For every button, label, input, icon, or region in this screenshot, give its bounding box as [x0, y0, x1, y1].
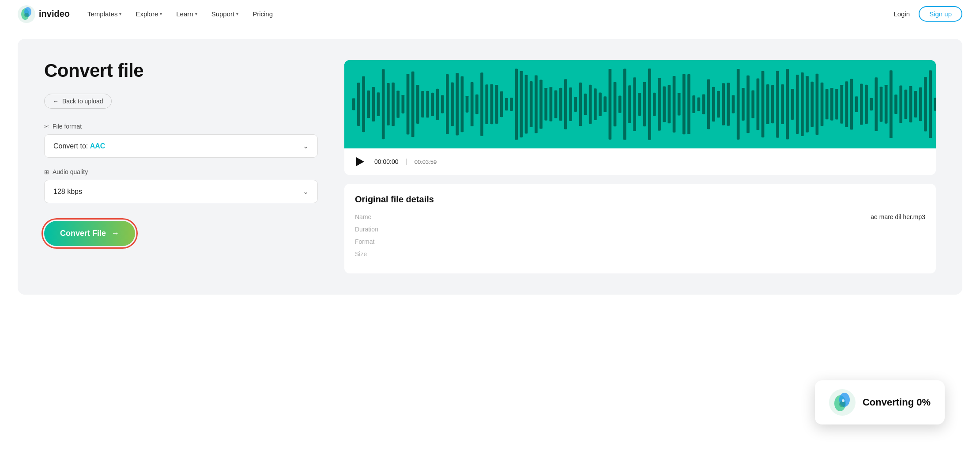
- nav-support[interactable]: Support ▾: [211, 10, 239, 18]
- svg-rect-51: [579, 83, 582, 126]
- main-container: Convert file ← Back to upload ✂ File for…: [18, 39, 962, 295]
- svg-rect-62: [633, 77, 636, 131]
- nav-learn[interactable]: Learn ▾: [176, 10, 197, 18]
- svg-rect-96: [801, 72, 804, 136]
- svg-rect-90: [771, 85, 774, 124]
- svg-rect-97: [806, 76, 809, 132]
- svg-rect-59: [618, 95, 622, 113]
- svg-rect-101: [825, 89, 829, 119]
- svg-rect-63: [638, 93, 641, 116]
- convert-to-dropdown[interactable]: Convert to: AAC ⌄: [44, 134, 318, 158]
- audio-quality-label: ⊞ Audio quality: [44, 168, 318, 175]
- svg-rect-56: [603, 96, 607, 112]
- nav-templates[interactable]: Templates ▾: [87, 10, 121, 18]
- svg-rect-27: [461, 76, 464, 132]
- svg-rect-39: [520, 71, 523, 138]
- waveform-visual: // Waveform bars rendered via SVG in JS …: [344, 60, 936, 148]
- page-title: Convert file: [44, 60, 318, 81]
- left-panel: Convert file ← Back to upload ✂ File for…: [44, 60, 318, 273]
- detail-row-size: Size: [355, 250, 925, 258]
- convert-file-button[interactable]: Convert File →: [44, 221, 135, 246]
- detail-label-format: Format: [355, 238, 374, 245]
- svg-rect-69: [668, 85, 671, 123]
- svg-rect-5: [352, 98, 355, 110]
- svg-rect-35: [500, 91, 503, 117]
- svg-rect-94: [791, 89, 794, 120]
- svg-rect-67: [658, 78, 661, 130]
- svg-rect-113: [885, 85, 888, 123]
- svg-rect-71: [678, 93, 681, 115]
- svg-rect-120: [919, 87, 922, 121]
- svg-rect-121: [924, 77, 927, 132]
- svg-rect-28: [466, 96, 469, 113]
- file-format-label: ✂ File format: [44, 123, 318, 130]
- svg-rect-9: [372, 87, 375, 121]
- svg-rect-76: [702, 94, 705, 114]
- svg-rect-105: [845, 81, 848, 127]
- svg-rect-49: [569, 87, 572, 121]
- svg-rect-14: [396, 91, 400, 118]
- svg-rect-29: [471, 82, 474, 126]
- player-bar: 00:00:00 | 00:03:59: [344, 148, 936, 175]
- svg-rect-26: [456, 73, 459, 135]
- svg-rect-78: [712, 87, 715, 121]
- time-divider: |: [406, 158, 407, 166]
- svg-rect-92: [781, 84, 784, 124]
- time-current: 00:00:00: [374, 158, 399, 165]
- svg-rect-82: [732, 95, 735, 114]
- svg-rect-74: [692, 95, 695, 113]
- detail-value-name: ae mare dil her.mp3: [871, 213, 925, 220]
- svg-rect-50: [574, 97, 577, 112]
- chevron-down-icon: ▾: [160, 11, 162, 16]
- arrow-left-icon: ←: [53, 98, 59, 105]
- svg-rect-42: [535, 76, 538, 133]
- waveform-container: // Waveform bars rendered via SVG in JS …: [344, 60, 936, 175]
- svg-rect-16: [407, 74, 410, 134]
- svg-rect-65: [648, 68, 651, 140]
- logo[interactable]: invideo: [18, 5, 70, 23]
- svg-rect-23: [441, 95, 444, 114]
- audio-quality-dropdown[interactable]: 128 kbps ⌄: [44, 180, 318, 203]
- nav-actions: Login Sign up: [893, 6, 962, 22]
- svg-rect-53: [589, 85, 592, 124]
- svg-rect-102: [830, 88, 833, 120]
- arrow-right-icon: →: [111, 229, 119, 238]
- svg-rect-77: [707, 79, 710, 129]
- svg-rect-83: [737, 69, 740, 140]
- navbar: invideo Templates ▾ Explore ▾ Learn ▾ Su…: [0, 0, 980, 28]
- svg-rect-109: [865, 85, 868, 124]
- svg-rect-91: [776, 71, 779, 137]
- svg-rect-58: [614, 82, 617, 127]
- svg-rect-108: [860, 83, 863, 125]
- audio-quality-value: 128 kbps: [53, 188, 82, 196]
- svg-rect-98: [810, 82, 814, 127]
- svg-rect-25: [451, 82, 454, 126]
- detail-label-duration: Duration: [355, 226, 378, 233]
- play-button[interactable]: [353, 155, 367, 169]
- right-panel: // Waveform bars rendered via SVG in JS …: [344, 60, 936, 273]
- svg-rect-54: [594, 88, 597, 120]
- svg-rect-85: [746, 76, 750, 133]
- signup-button[interactable]: Sign up: [919, 6, 962, 22]
- login-button[interactable]: Login: [893, 10, 910, 18]
- nav-pricing[interactable]: Pricing: [253, 10, 273, 18]
- svg-rect-8: [367, 91, 370, 118]
- svg-rect-32: [485, 84, 488, 124]
- svg-rect-99: [816, 74, 819, 135]
- nav-explore[interactable]: Explore ▾: [136, 10, 162, 18]
- svg-rect-118: [909, 86, 912, 122]
- back-to-upload-button[interactable]: ← Back to upload: [44, 94, 112, 109]
- svg-rect-12: [387, 83, 390, 125]
- file-details-title: Original file details: [355, 194, 925, 205]
- logo-text: invideo: [39, 9, 70, 19]
- svg-rect-88: [761, 71, 765, 138]
- svg-rect-30: [475, 95, 479, 114]
- svg-rect-34: [495, 85, 498, 124]
- file-details-card: Original file details Name ae mare dil h…: [344, 184, 936, 273]
- svg-rect-22: [436, 89, 439, 120]
- svg-rect-11: [382, 69, 385, 140]
- svg-rect-112: [880, 87, 883, 121]
- svg-rect-107: [855, 96, 858, 112]
- svg-rect-13: [392, 83, 395, 126]
- play-icon: [356, 157, 364, 166]
